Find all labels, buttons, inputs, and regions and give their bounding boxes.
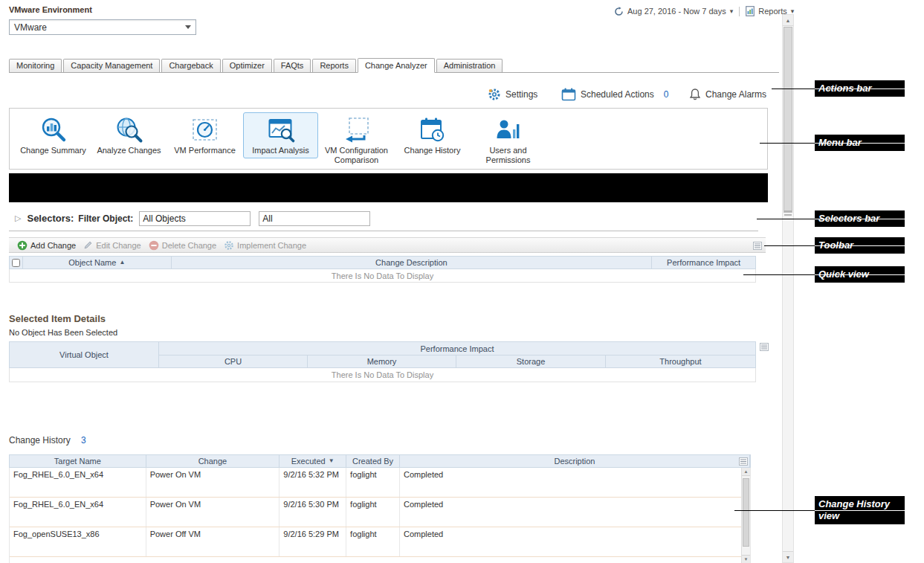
- tab-chargeback[interactable]: Chargeback: [161, 59, 220, 72]
- cell-description: Completed: [400, 468, 750, 497]
- scroll-down-icon[interactable]: ▼: [742, 555, 750, 563]
- page-title: VMware Environment: [9, 5, 92, 14]
- column-header-object-name[interactable]: Object Name ▲: [23, 257, 172, 268]
- cell-target-name: Fog_openSUSE13_x86: [10, 527, 146, 556]
- selectors-label: Selectors:: [27, 213, 74, 224]
- analyze-changes-icon: [114, 116, 144, 144]
- chevron-down-icon: [185, 25, 191, 29]
- column-header-change-description[interactable]: Change Description: [172, 257, 653, 268]
- selected-item-table: Virtual Object Performance Impact CPU Me…: [9, 341, 756, 382]
- menu-item-change-summary[interactable]: Change Summary: [16, 112, 91, 158]
- cell-description: Completed: [400, 527, 750, 556]
- scroll-down-icon[interactable]: ▼: [783, 551, 793, 562]
- add-icon: [17, 240, 28, 251]
- menu-item-label: Change Summary: [20, 146, 86, 155]
- scheduled-actions-button[interactable]: Scheduled Actions 0: [561, 84, 668, 105]
- tab-reports[interactable]: Reports: [312, 59, 356, 72]
- change-alarms-button[interactable]: Change Alarms: [689, 84, 766, 105]
- filter-type-input[interactable]: [259, 211, 370, 226]
- time-range-label: Aug 27, 2016 - Now 7 days: [627, 7, 726, 16]
- edit-change-button[interactable]: Edit Change: [80, 238, 145, 252]
- toolbar-customizer-icon[interactable]: [753, 242, 762, 251]
- add-change-button[interactable]: Add Change: [13, 238, 80, 252]
- selectors-bar: ▷ Selectors: Filter Object:: [9, 206, 758, 231]
- implement-gear-icon: [224, 240, 234, 251]
- cell-created-by: foglight: [346, 468, 400, 497]
- menu-item-label: VM Configuration Comparison: [321, 146, 392, 165]
- implement-change-button[interactable]: Implement Change: [220, 238, 310, 252]
- change-history-customizer-icon[interactable]: [739, 457, 748, 467]
- tab-capacity-management[interactable]: Capacity Management: [63, 59, 160, 72]
- column-group-performance-impact: Performance Impact: [159, 342, 755, 355]
- bell-icon: [689, 88, 701, 101]
- annotation-actions-bar: Actions bar: [815, 80, 905, 97]
- impact-analysis-icon: [266, 116, 296, 144]
- topbar-controls: Aug 27, 2016 - Now 7 days ▾ Reports ▾: [614, 5, 794, 17]
- environment-dropdown[interactable]: VMware: [9, 19, 196, 35]
- edit-change-label: Edit Change: [96, 241, 141, 250]
- tab-faqts[interactable]: FAQts: [274, 59, 311, 72]
- column-header-storage[interactable]: Storage: [456, 356, 606, 367]
- change-history-title: Change History 3: [9, 435, 86, 445]
- callout-line-toolbar: [764, 245, 815, 246]
- change-history-scrollbar[interactable]: ▲ ▼: [741, 468, 750, 563]
- gear-icon: [488, 88, 501, 101]
- menu-item-analyze-changes[interactable]: Analyze Changes: [91, 112, 167, 158]
- change-summary-icon: [39, 116, 68, 144]
- settings-button[interactable]: Settings: [488, 84, 537, 105]
- time-range-control[interactable]: Aug 27, 2016 - Now 7 days ▾: [614, 7, 733, 16]
- expander-icon[interactable]: ▷: [15, 213, 21, 223]
- add-change-label: Add Change: [30, 241, 76, 250]
- pencil-icon: [83, 240, 93, 250]
- menu-item-label: Change History: [404, 146, 461, 155]
- menu-item-vm-configuration-comparison[interactable]: VM Configuration Comparison: [319, 112, 394, 168]
- cell-created-by: foglight: [346, 527, 400, 556]
- select-all-cell: [10, 257, 23, 268]
- column-header-description[interactable]: Description: [400, 455, 750, 467]
- scroll-up-icon[interactable]: ▲: [783, 15, 793, 26]
- menu-item-vm-performance[interactable]: VM Performance: [167, 112, 242, 158]
- scheduled-actions-count[interactable]: 0: [664, 89, 669, 100]
- menu-item-change-history[interactable]: Change History: [395, 112, 470, 158]
- menu-item-users-and-permissions[interactable]: Users and Permissions: [471, 112, 546, 168]
- column-header-created-by[interactable]: Created By: [346, 455, 400, 467]
- column-header-target-name[interactable]: Target Name: [10, 455, 146, 467]
- menu-item-label: Users and Permissions: [473, 146, 543, 165]
- filter-object-input[interactable]: [139, 211, 251, 226]
- page-scrollbar[interactable]: ▲ ▼: [782, 14, 794, 563]
- tab-monitoring[interactable]: Monitoring: [9, 59, 62, 72]
- scrollbar-thumb[interactable]: [784, 27, 792, 213]
- cell-created-by: foglight: [346, 498, 400, 527]
- column-header-throughput[interactable]: Throughput: [606, 356, 755, 367]
- table-row[interactable]: Fog_RHEL_6.0_EN_x64 Power On VM 9/2/16 5…: [10, 498, 750, 527]
- delete-change-button[interactable]: Delete Change: [145, 238, 220, 252]
- scrollbar-thumb[interactable]: [743, 478, 749, 547]
- tab-administration[interactable]: Administration: [436, 59, 503, 72]
- vm-configuration-comparison-icon: [342, 116, 372, 144]
- table-row[interactable]: Fog_openSUSE13_x86 Power Off VM 9/2/16 5…: [10, 527, 750, 557]
- scroll-up-icon[interactable]: ▲: [742, 468, 750, 476]
- change-history-icon: [418, 116, 448, 144]
- column-header-performance-impact[interactable]: Performance Impact: [652, 257, 755, 268]
- column-header-change[interactable]: Change: [146, 455, 280, 467]
- menu-item-label: Analyze Changes: [97, 146, 161, 155]
- column-header-virtual-object[interactable]: Virtual Object: [10, 342, 159, 367]
- change-history-count[interactable]: 3: [81, 435, 86, 445]
- annotation-quick-view: Quick view: [815, 266, 905, 283]
- column-header-executed[interactable]: Executed ▼: [280, 455, 346, 467]
- column-header-memory[interactable]: Memory: [308, 356, 456, 367]
- cell-change: Power On VM: [146, 468, 280, 497]
- table-row[interactable]: Fog_RHEL_6.0_EN_x64 Power On VM 9/2/16 5…: [10, 468, 750, 498]
- column-header-cpu[interactable]: CPU: [159, 356, 308, 367]
- select-all-checkbox[interactable]: [12, 259, 20, 267]
- menu-item-label: VM Performance: [174, 146, 236, 155]
- delete-change-label: Delete Change: [162, 241, 216, 250]
- selected-item-table-customizer-icon[interactable]: [760, 343, 769, 353]
- tab-change-analyzer[interactable]: Change Analyzer: [358, 58, 435, 73]
- users-and-permissions-icon: [494, 116, 523, 144]
- annotation-menu-bar: Menu bar: [815, 135, 905, 151]
- vm-performance-icon: [190, 116, 220, 144]
- menu-item-impact-analysis[interactable]: Impact Analysis: [243, 112, 318, 158]
- change-history-table: Target Name Change Executed ▼ Created By…: [9, 454, 751, 563]
- tab-optimizer[interactable]: Optimizer: [222, 59, 272, 72]
